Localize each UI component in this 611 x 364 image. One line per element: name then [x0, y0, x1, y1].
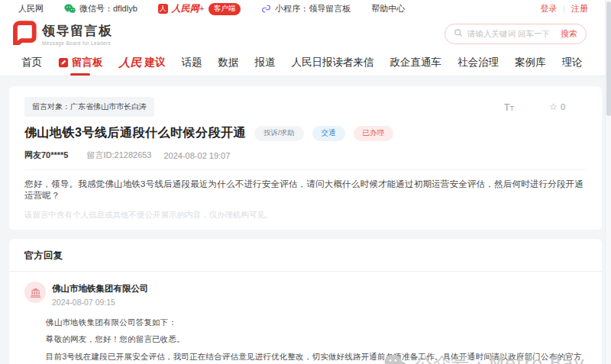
nav-peoples-suggestions[interactable]: 人民 建议 — [119, 50, 166, 76]
nav-reports[interactable]: 报道 — [255, 50, 276, 76]
nav-message-board-label: 留言板 — [72, 56, 103, 69]
message-title: 佛山地铁3号线后通段什么时候分段开通 — [24, 125, 246, 141]
peoples-daily-app-icon: 人 — [158, 4, 168, 14]
peoples-daily-link[interactable]: 人民网 — [18, 3, 44, 14]
miniprogram-icon — [261, 4, 271, 14]
nav-case-library[interactable]: 案例库 — [515, 50, 546, 76]
message-time: 2024-08-02 19:07 — [163, 151, 230, 160]
official-reply-card: 官方回复 — [9, 239, 602, 364]
search-box: 搜索 — [445, 24, 587, 44]
scrollbar[interactable] — [605, 0, 611, 364]
peoples-daily-app[interactable]: 人 人民网+ 客户端 — [158, 2, 241, 15]
message-author: 网友70****5 — [24, 150, 68, 161]
message-body: 您好，领导。我感觉佛山地铁3号线后通段最近为什么不进行安全评估，请问大概什么时候… — [24, 179, 587, 201]
reply-section-title: 官方回复 — [24, 250, 587, 263]
miniprogram-label: 小程序：领导留言板 — [275, 3, 351, 14]
font-toggle-big: T — [504, 101, 510, 113]
message-id: 留言ID:21282653 — [86, 150, 151, 161]
message-card-top: 留言对象：广东省佛山市市长白涛 TT ☆ 0 — [24, 97, 587, 117]
help-center-link[interactable]: 帮助中心 — [371, 3, 405, 14]
nav-data[interactable]: 数据 — [218, 50, 239, 76]
message-meta: 网友70****5 留言ID:21282653 2024-08-02 19:07 — [24, 150, 587, 161]
nav-gov-business[interactable]: 政企直通车 — [390, 50, 442, 76]
auth-links: 登录 | 注册 — [540, 3, 588, 14]
message-target-badge: 留言对象：广东省佛山市市长白涛 — [24, 97, 154, 117]
peoples-daily-app-logo: 人民网+ — [172, 2, 205, 15]
search-button[interactable]: 搜索 — [561, 28, 577, 40]
font-toggle-small: T — [510, 105, 515, 112]
register-link[interactable]: 注册 — [571, 3, 588, 14]
reply-divider — [9, 271, 602, 272]
reply-body: 佛山市地铁集团有限公司答复如下： 尊敬的网友，您好！您的留言已收悉。 目前3号线… — [46, 316, 587, 364]
star-icon: ☆ — [549, 101, 558, 112]
font-size-toggle-icon[interactable]: TT — [504, 100, 514, 114]
star-button[interactable]: ☆ 0 — [549, 101, 565, 112]
reply-paragraph: 佛山市地铁集团有限公司答复如下： — [46, 316, 587, 328]
nav-social-governance[interactable]: 社会治理 — [457, 50, 499, 76]
nav-peoples-suggestions-script: 人民 — [119, 56, 142, 70]
org-avatar — [24, 282, 46, 303]
message-board-pen-icon — [58, 57, 69, 68]
header: 领导留言板 Message Board for Leaders 搜索 — [0, 18, 611, 50]
site-title: 领导留言板 — [42, 22, 113, 40]
nav-theory[interactable]: 理论 — [562, 50, 583, 76]
scrollbar-thumb[interactable] — [606, 2, 611, 116]
reply-org-block: 佛山市地铁集团有限公司 2024-08-07 09:15 — [52, 282, 149, 307]
primary-nav: 首页 留言板 人民 建议 话题 数据 报道 人民日报读者来信 政企直通车 社会治… — [0, 50, 611, 76]
nav-home[interactable]: 首页 — [21, 50, 42, 76]
site-logo-text: 领导留言板 Message Board for Leaders — [42, 22, 113, 46]
login-link[interactable]: 登录 — [540, 3, 557, 14]
main-content: 留言对象：广东省佛山市市长白涛 TT ☆ 0 佛山地铁3号线后通段什么时候分段开… — [0, 76, 611, 364]
reply-paragraph: 尊敬的网友，您好！您的留言已收悉。 — [46, 333, 587, 345]
wechat-account: 微信号：dfldlyb — [64, 3, 137, 14]
auth-separator: | — [563, 5, 565, 13]
star-count: 0 — [561, 102, 565, 111]
reply-header: 佛山市地铁集团有限公司 2024-08-07 09:15 — [24, 282, 587, 307]
app-client-badge: 客户端 — [209, 3, 241, 15]
government-building-icon — [30, 287, 41, 298]
miniprogram: 小程序：领导留言板 — [261, 3, 351, 14]
tag-handled: 已办理 — [354, 126, 394, 141]
wechat-icon — [64, 4, 76, 14]
topbar: 人民网 微信号：dfldlyb 人 人民网+ 客户端 — [0, 0, 611, 18]
message-actions: TT ☆ 0 — [504, 100, 565, 114]
reply-time: 2024-08-07 09:15 — [52, 298, 149, 307]
nav-reader-letters[interactable]: 人民日报读者来信 — [292, 50, 374, 76]
message-card: 留言对象：广东省佛山市市长白涛 TT ☆ 0 佛山地铁3号线后通段什么时候分段开… — [9, 86, 602, 230]
wechat-account-label: 微信号：dfldlyb — [79, 3, 137, 14]
message-title-row: 佛山地铁3号线后通段什么时候分段开通 投诉/求助 交通 已办理 — [24, 125, 587, 141]
tag-traffic: 交通 — [312, 126, 345, 141]
site-logo[interactable]: 领导留言板 Message Board for Leaders — [11, 20, 113, 48]
message-divider — [24, 169, 587, 170]
page: 人民网 微信号：dfldlyb 人 人民网+ 客户端 — [0, 0, 611, 364]
nav-peoples-suggestions-rest: 建议 — [145, 56, 166, 69]
reply-paragraph: 目前3号线在建段已开展安全评估，我司正在结合评估意见进行优化整改，切实做好线路开… — [46, 350, 587, 364]
search-input[interactable] — [467, 29, 556, 38]
nav-message-board[interactable]: 留言板 — [58, 50, 103, 76]
reply-org-name: 佛山市地铁集团有限公司 — [52, 282, 149, 295]
privacy-note: 该留言中含有个人信息或其他不便公开展示的内容，仅办理机构可见。 — [24, 210, 587, 221]
search-icon — [454, 27, 463, 40]
site-logo-icon — [11, 20, 37, 48]
tag-complaint: 投诉/求助 — [254, 126, 304, 141]
site-subtitle: Message Board for Leaders — [42, 40, 113, 46]
nav-topics[interactable]: 话题 — [182, 50, 202, 76]
